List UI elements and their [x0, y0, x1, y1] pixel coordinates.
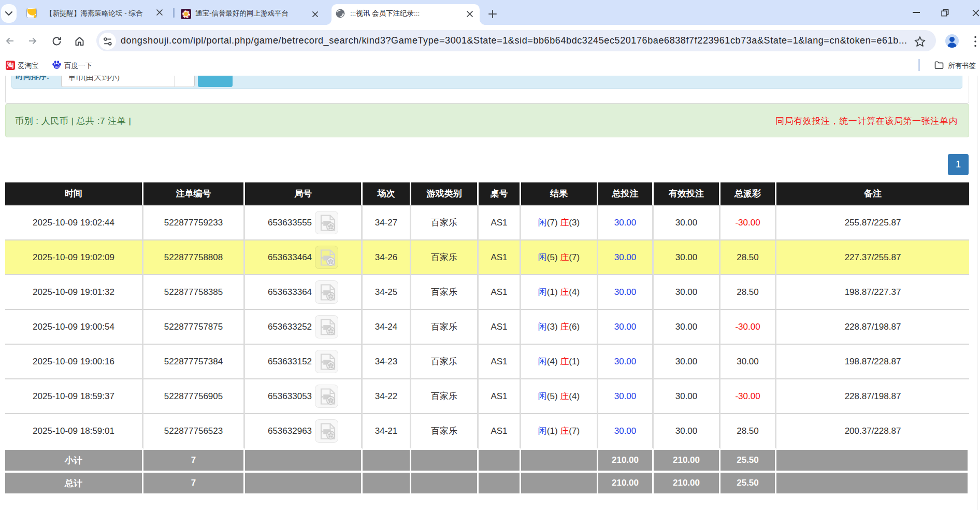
svg-text:du: du	[55, 65, 59, 68]
